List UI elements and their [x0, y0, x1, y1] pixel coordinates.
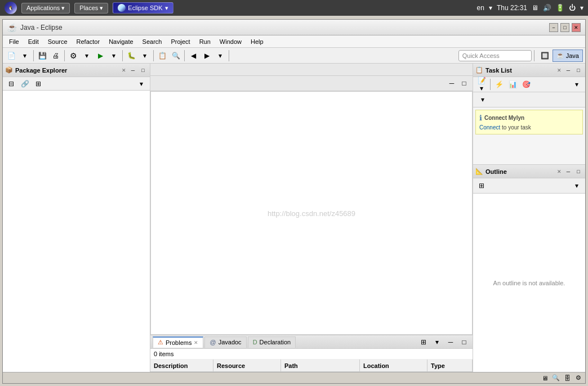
view-dropdown-button[interactable]: ▾ — [135, 78, 148, 90]
search-button[interactable]: 🔍 — [170, 50, 182, 62]
applications-menu[interactable]: Applications ▾ — [21, 3, 70, 14]
java-perspective-button[interactable]: ☕ Java — [553, 50, 583, 62]
column-type: Type — [427, 360, 473, 371]
menu-edit[interactable]: Edit — [24, 37, 43, 47]
settings-status-icon[interactable]: ⚙ — [574, 374, 583, 383]
menu-bar: File Edit Source Refactor Navigate Searc… — [3, 35, 585, 48]
places-menu[interactable]: Places ▾ — [74, 3, 108, 14]
outline-dropdown[interactable]: ▾ — [571, 179, 583, 192]
menu-navigate[interactable]: Navigate — [105, 37, 137, 47]
screen-icon[interactable]: 🖥 — [532, 4, 538, 12]
open-task-button[interactable]: 📋 — [156, 50, 168, 62]
maximize-editor-button[interactable]: □ — [458, 77, 470, 89]
java-icon: ☕ — [556, 52, 564, 59]
open-perspective-button[interactable]: 🔲 — [539, 50, 551, 62]
nav-prev-button[interactable]: ◀ — [187, 50, 199, 62]
menu-run[interactable]: Run — [195, 37, 215, 47]
activate-task-button[interactable]: ⚡ — [493, 78, 505, 91]
tab-problems[interactable]: ⚠ Problems ✕ — [153, 336, 203, 348]
tab-javadoc[interactable]: @ Javadoc — [204, 336, 246, 348]
task-extra-row: ▾ — [473, 92, 585, 107]
title-bar: ☕ Java - Eclipse − □ ✕ — [3, 20, 585, 35]
declaration-icon: D — [253, 339, 257, 345]
minimize-button[interactable]: − — [549, 23, 558, 32]
toolbar-separator-2 — [64, 50, 65, 61]
categorize-button[interactable]: 📊 — [506, 78, 519, 91]
problems-close-icon[interactable]: ✕ — [194, 340, 198, 345]
window-controls: − □ ✕ — [549, 23, 581, 32]
power-icon[interactable]: ⏻ — [569, 4, 576, 12]
task-list-minimize[interactable]: ─ — [564, 66, 573, 75]
run-button[interactable]: ▶ — [94, 50, 106, 62]
minimize-panel-button[interactable]: ─ — [128, 66, 137, 75]
problems-table-header: Description Resource Path Location Type — [150, 360, 473, 372]
package-explorer-close[interactable]: ✕ — [121, 67, 127, 74]
javadoc-icon: @ — [210, 339, 216, 345]
menu-file[interactable]: File — [5, 37, 23, 47]
menu-refactor[interactable]: Refactor — [73, 37, 104, 47]
task-list-title: 📋 Task List — [475, 66, 554, 74]
view-menu-button[interactable]: ⊞ — [32, 78, 44, 90]
toolbar-separator-4 — [153, 50, 154, 61]
bottom-minimize-button[interactable]: ─ — [444, 336, 457, 348]
outline-content: An outline is not available. — [473, 194, 585, 372]
dropdown-icon: ▾ — [100, 5, 103, 12]
task-dropdown-button[interactable]: ▾ — [571, 78, 583, 91]
db-status-icon[interactable]: 🗄 — [563, 374, 572, 383]
right-panel: 📋 Task List ✕ ─ □ 📝▾ ⚡ 📊 🎯 — [473, 64, 585, 372]
focus-button[interactable]: 🎯 — [520, 78, 532, 91]
center-area: ─ □ http://blog.csdn.net/z45689 ⚠ Proble… — [150, 64, 473, 372]
outline-minimize[interactable]: ─ — [564, 167, 573, 176]
tab-declaration[interactable]: D Declaration — [248, 336, 296, 348]
print-button[interactable]: 🖨 — [50, 50, 62, 62]
menu-window[interactable]: Window — [216, 37, 246, 47]
outline-view-menu[interactable]: ⊞ — [475, 179, 488, 192]
search-status-icon[interactable]: 🔍 — [551, 374, 560, 383]
debug-button[interactable]: 🐛 — [125, 50, 137, 62]
sound-icon[interactable]: 🔊 — [543, 4, 551, 12]
build-button[interactable]: ⚙ — [67, 50, 79, 62]
eclipse-menu[interactable]: Eclipse SDK ▾ — [113, 2, 173, 14]
problems-icon: ⚠ — [158, 339, 163, 346]
task-expand-button[interactable]: ▾ — [476, 93, 489, 106]
dropdown-icon: ▾ — [165, 5, 168, 12]
editor-area[interactable]: http://blog.csdn.net/z45689 — [150, 91, 473, 335]
new-task-dropdown[interactable]: 📝▾ — [475, 78, 488, 91]
menu-help[interactable]: Help — [247, 37, 268, 47]
dropdown-arrow: ▾ — [580, 4, 583, 12]
bottom-view-menu-button[interactable]: ⊞ — [417, 336, 430, 348]
new-button[interactable]: 📄 — [5, 50, 17, 62]
menu-search[interactable]: Search — [139, 37, 166, 47]
new-dropdown[interactable]: ▾ — [19, 50, 31, 62]
nav-dropdown[interactable]: ▾ — [214, 50, 226, 62]
package-explorer-header: 📦 Package Explorer ✕ ─ □ — [3, 64, 150, 77]
outline-maximize[interactable]: □ — [574, 167, 583, 176]
package-explorer-content — [3, 91, 150, 372]
bottom-dropdown-button[interactable]: ▾ — [431, 336, 443, 348]
bottom-panel: ⚠ Problems ✕ @ Javadoc D Declaration — [150, 335, 473, 372]
connect-link[interactable]: Connect — [479, 124, 500, 131]
bottom-maximize-button[interactable]: □ — [458, 336, 470, 348]
battery-icon[interactable]: 🔋 — [556, 4, 564, 12]
close-button[interactable]: ✕ — [572, 23, 581, 32]
nav-next-button[interactable]: ▶ — [201, 50, 213, 62]
task-list-icon: 📋 — [475, 66, 483, 74]
run-dropdown[interactable]: ▾ — [108, 50, 120, 62]
perspective-area: 🔲 ☕ Java — [539, 50, 583, 62]
menu-source[interactable]: Source — [44, 37, 72, 47]
monitor-status-icon[interactable]: 🖥 — [540, 374, 549, 383]
save-all-button[interactable]: 💾 — [36, 50, 48, 62]
outline-close[interactable]: ✕ — [556, 168, 563, 175]
task-list-close[interactable]: ✕ — [556, 67, 563, 74]
menu-project[interactable]: Project — [167, 37, 194, 47]
collapse-all-button[interactable]: ⊟ — [5, 78, 17, 90]
maximize-panel-button[interactable]: □ — [139, 66, 148, 75]
build-dropdown[interactable]: ▾ — [81, 50, 93, 62]
window-title: Java - Eclipse — [20, 24, 63, 32]
restore-button[interactable]: □ — [560, 23, 569, 32]
task-list-maximize[interactable]: □ — [574, 66, 583, 75]
debug-dropdown[interactable]: ▾ — [139, 50, 151, 62]
quick-access-input[interactable]: Quick Access — [458, 50, 532, 61]
minimize-editor-button[interactable]: ─ — [446, 77, 458, 89]
link-editor-button[interactable]: 🔗 — [19, 78, 31, 90]
